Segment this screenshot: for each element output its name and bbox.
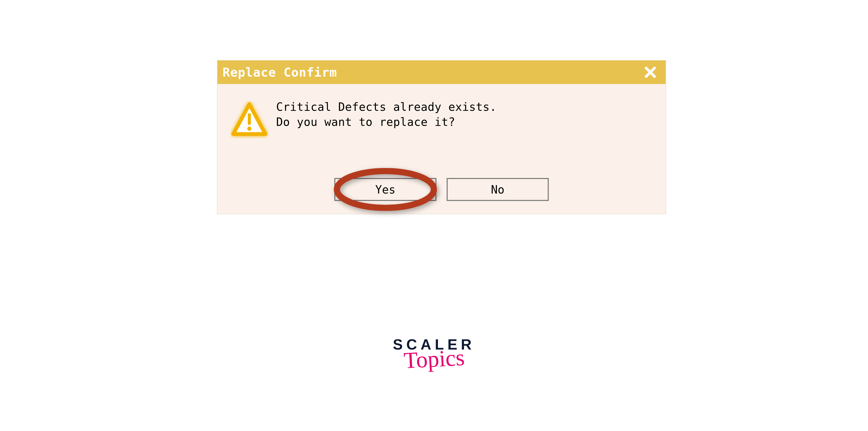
brand-logo: SCALER Topics [393, 337, 475, 368]
yes-button-wrapper: Yes [334, 178, 436, 201]
close-icon[interactable] [643, 65, 658, 80]
brand-logo-line-2: Topics [393, 348, 476, 370]
svg-rect-3 [248, 113, 251, 125]
yes-button[interactable]: Yes [334, 178, 436, 201]
dialog-body: Critical Defects already exists. Do you … [217, 84, 665, 147]
svg-point-4 [247, 127, 252, 131]
dialog-titlebar: Replace Confirm [217, 61, 665, 84]
dialog-button-row: Yes No [217, 147, 665, 214]
dialog-message-line-1: Critical Defects already exists. [276, 99, 655, 114]
dialog-message: Critical Defects already exists. Do you … [271, 99, 655, 140]
dialog-message-line-2: Do you want to replace it? [276, 114, 655, 129]
warning-icon [230, 100, 269, 140]
replace-confirm-dialog: Replace Confirm [217, 60, 666, 214]
no-button[interactable]: No [446, 178, 549, 201]
dialog-title: Replace Confirm [222, 65, 337, 80]
page-canvas: Replace Confirm [0, 0, 868, 431]
dialog-icon-column [228, 99, 271, 140]
